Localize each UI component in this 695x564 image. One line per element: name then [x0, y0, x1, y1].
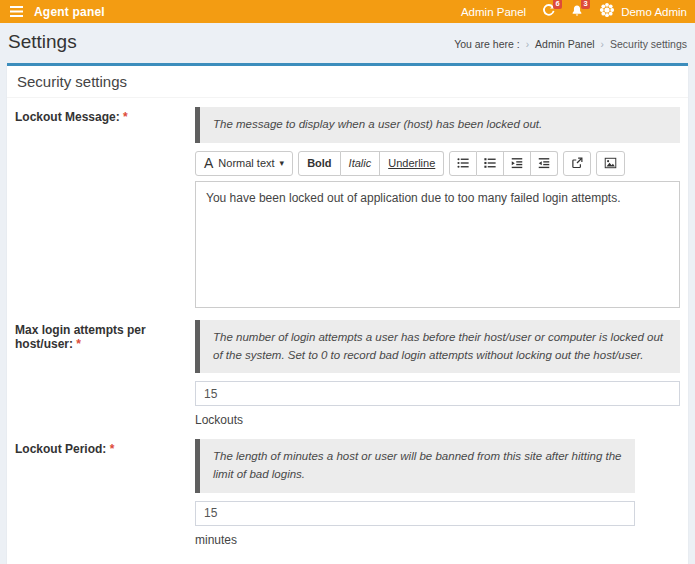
settings-form: Lockout Message: * The message to displa… [7, 98, 688, 564]
chevron-down-icon: ▾ [280, 158, 285, 168]
lockout-period-help: The length of minutes a host or user wil… [195, 439, 635, 493]
lockout-period-input[interactable] [195, 501, 635, 526]
breadcrumb-admin-panel[interactable]: Admin Panel [535, 38, 595, 50]
required-asterisk: * [76, 337, 81, 351]
refresh-badge: 6 [553, 0, 562, 9]
notifications-button[interactable]: 3 [571, 4, 583, 20]
lockout-message-row: Lockout Message: * The message to displa… [15, 107, 680, 308]
user-name: Demo Admin [621, 6, 687, 18]
panel-title: Security settings [7, 66, 688, 98]
max-login-attempts-input[interactable] [195, 381, 680, 406]
editor-toolbar: A Normal text ▾ Bold Italic Underline [195, 151, 680, 176]
breadcrumb-security-settings: Security settings [610, 38, 687, 50]
breadcrumb-prefix: You are here : [454, 38, 520, 50]
ordered-list-button[interactable] [477, 151, 504, 176]
max-login-attempts-unit: Lockouts [195, 413, 680, 427]
app-label: Agent panel [34, 5, 105, 19]
max-login-attempts-row: Max login attempts per host/user: * The … [15, 320, 680, 428]
image-icon [604, 157, 617, 169]
unordered-list-icon [457, 157, 469, 169]
lockout-message-help: The message to display when a user (host… [195, 107, 680, 143]
hamburger-icon[interactable] [0, 6, 32, 17]
lockout-message-label: Lockout Message: [15, 110, 120, 124]
share-button[interactable] [563, 151, 591, 176]
share-icon [571, 157, 583, 169]
refresh-button[interactable]: 6 [542, 4, 555, 20]
breadcrumb-separator: › [526, 39, 529, 50]
font-style-icon: A [204, 155, 213, 171]
insert-image-button[interactable] [596, 151, 625, 176]
lockout-period-label: Lockout Period: [15, 442, 106, 456]
lockout-message-editor[interactable]: You have been locked out of application … [195, 181, 680, 308]
lockout-period-row: Lockout Period: * The length of minutes … [15, 439, 680, 547]
required-asterisk: * [123, 110, 128, 124]
italic-button[interactable]: Italic [341, 151, 381, 176]
underline-button[interactable]: Underline [380, 151, 444, 176]
style-dropdown-label: Normal text [218, 157, 274, 169]
outdent-button[interactable] [531, 151, 558, 176]
breadcrumb: You are here : › Admin Panel › Security … [454, 38, 687, 50]
indent-button[interactable] [504, 151, 531, 176]
bold-button[interactable]: Bold [298, 151, 340, 176]
page-title: Settings [8, 32, 77, 53]
flower-avatar-icon [599, 2, 615, 21]
admin-panel-link[interactable]: Admin Panel [461, 6, 526, 18]
text-style-dropdown[interactable]: A Normal text ▾ [195, 151, 293, 176]
ordered-list-icon [484, 157, 496, 169]
security-settings-panel: Security settings Lockout Message: * The… [7, 63, 688, 564]
content-header: Settings You are here : › Admin Panel › … [0, 23, 695, 61]
breadcrumb-separator: › [601, 39, 604, 50]
max-login-attempts-help: The number of login attempts a user has … [195, 320, 680, 374]
unordered-list-button[interactable] [449, 151, 477, 176]
indent-icon [511, 157, 523, 169]
notification-badge: 3 [581, 0, 590, 9]
required-asterisk: * [110, 442, 115, 456]
lockout-period-unit: minutes [195, 533, 635, 547]
outdent-icon [538, 157, 550, 169]
user-menu[interactable]: Demo Admin [599, 2, 687, 21]
topbar: Agent panel Admin Panel 6 3 [0, 0, 695, 23]
